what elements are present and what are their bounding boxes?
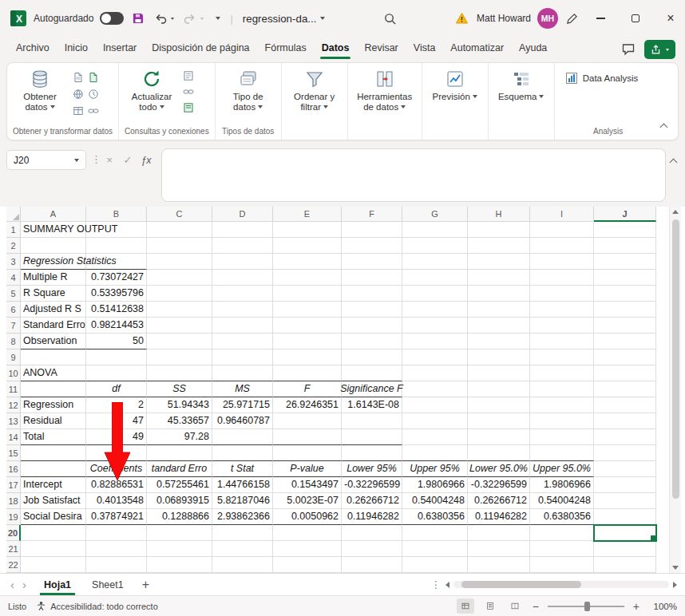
cell-J3[interactable] [594,254,656,270]
cell-G13[interactable] [402,413,468,429]
cell-E3[interactable] [273,254,342,270]
cell-J9[interactable] [594,349,656,365]
row-header-21[interactable]: 21 [6,541,21,557]
horizontal-scrollbar[interactable] [445,574,679,595]
cell-C5[interactable] [147,286,212,302]
cell-F5[interactable] [342,286,402,302]
vertical-scrollbar[interactable] [669,207,681,573]
row-header-8[interactable]: 8 [6,334,21,349]
cell-E19[interactable]: 0.0050962 [273,509,342,525]
cell-J19[interactable] [594,509,656,525]
cell-C19[interactable]: 0.1288866 [147,509,212,525]
cell-F9[interactable] [342,349,402,365]
cell-D1[interactable] [212,222,273,238]
from-table-icon[interactable] [72,105,85,117]
cell-I14[interactable] [530,429,594,445]
add-sheet-button[interactable]: + [134,578,157,592]
cell-I2[interactable] [530,238,594,254]
cell-G3[interactable] [402,254,468,270]
cell-A10[interactable]: ANOVA [21,365,86,381]
cancel-entry-button[interactable]: × [101,150,118,170]
vertical-scroll-thumb[interactable] [672,219,679,499]
cell-B16[interactable]: Coefficients [86,461,147,477]
user-avatar[interactable]: MH [537,8,558,29]
cell-D9[interactable] [212,349,273,365]
cell-G8[interactable] [402,334,468,349]
cell-F22[interactable] [342,557,402,573]
collapse-ribbon-button[interactable] [659,119,668,134]
cell-I17[interactable]: 1.9806966 [530,477,594,493]
cell-C14[interactable]: 97.28 [147,429,212,445]
column-header-J[interactable]: J [594,207,656,222]
minimize-button[interactable] [586,0,615,37]
normal-view-button[interactable] [457,598,474,614]
cell-F3[interactable] [342,254,402,270]
cell-J5[interactable] [594,286,656,302]
cell-G17[interactable]: 1.9806966 [402,477,468,493]
column-header-A[interactable]: A [21,207,86,222]
cell-A3[interactable]: Regression Statistics [21,254,86,270]
cell-H4[interactable] [468,270,530,286]
cell-A9[interactable] [21,349,86,365]
zoom-out-button[interactable]: − [531,601,540,612]
menu-tab-inicio[interactable]: Inicio [58,38,94,61]
column-header-B[interactable]: B [86,207,147,222]
cell-G21[interactable] [402,541,468,557]
cell-E18[interactable]: 5.0023E-07 [273,493,342,509]
tabbar-handle[interactable]: ⋮ [426,578,446,590]
cell-G9[interactable] [402,349,468,365]
workbook-links-icon[interactable] [182,85,195,98]
document-name-button[interactable]: regression-da... [241,11,327,26]
row-header-20[interactable]: 20 [6,525,21,541]
cell-A20[interactable] [21,525,86,541]
cell-A5[interactable]: R Square [21,286,86,302]
existing-connections-icon[interactable] [87,105,100,117]
cell-C22[interactable] [147,557,212,573]
cell-B7[interactable]: 0.98214453 [86,318,147,334]
cell-G16[interactable]: Upper 95% [402,461,468,477]
cell-F18[interactable]: 0.26266712 [342,493,402,509]
cell-A13[interactable]: Residual [21,413,86,429]
cell-G4[interactable] [402,270,468,286]
cell-F15[interactable] [342,445,402,461]
row-header-12[interactable]: 12 [6,397,21,413]
cell-H5[interactable] [468,286,530,302]
row-header-1[interactable]: 1 [6,222,21,238]
cell-E17[interactable]: 0.1543497 [273,477,342,493]
cell-I7[interactable] [530,318,594,334]
cell-C4[interactable] [147,270,212,286]
cell-F13[interactable] [342,413,402,429]
cell-F14[interactable] [342,429,402,445]
cell-B6[interactable]: 0.51412638 [86,302,147,318]
cell-J18[interactable] [594,493,656,509]
row-header-10[interactable]: 10 [6,365,21,381]
cell-H21[interactable] [468,541,530,557]
cell-E21[interactable] [273,541,342,557]
cell-F19[interactable]: 0.11946282 [342,509,402,525]
cell-E7[interactable] [273,318,342,334]
cell-E4[interactable] [273,270,342,286]
cell-G5[interactable] [402,286,468,302]
cell-E2[interactable] [273,238,342,254]
cell-H2[interactable] [468,238,530,254]
row-header-6[interactable]: 6 [6,302,21,318]
cell-I18[interactable]: 0.54004248 [530,493,594,509]
cell-H10[interactable] [468,365,530,381]
cell-D13[interactable]: 0.96460787 [212,413,273,429]
row-header-16[interactable]: 16 [6,461,21,477]
cell-J4[interactable] [594,270,656,286]
cell-I3[interactable] [530,254,594,270]
edit-query-icon[interactable] [182,101,195,114]
cell-F4[interactable] [342,270,402,286]
cell-D17[interactable]: 1.44766158 [212,477,273,493]
confirm-entry-button[interactable]: ✓ [119,150,137,170]
cell-F17[interactable]: -0.32296599 [342,477,402,493]
column-header-G[interactable]: G [402,207,468,222]
cell-H6[interactable] [468,302,530,318]
forecast-button[interactable]: Previsión [428,66,482,102]
cell-D14[interactable] [212,429,273,445]
cell-D19[interactable]: 2.93862366 [212,509,273,525]
from-web-icon[interactable] [72,88,85,101]
cell-J8[interactable] [594,334,656,349]
cell-A17[interactable]: Intercept [21,477,86,493]
